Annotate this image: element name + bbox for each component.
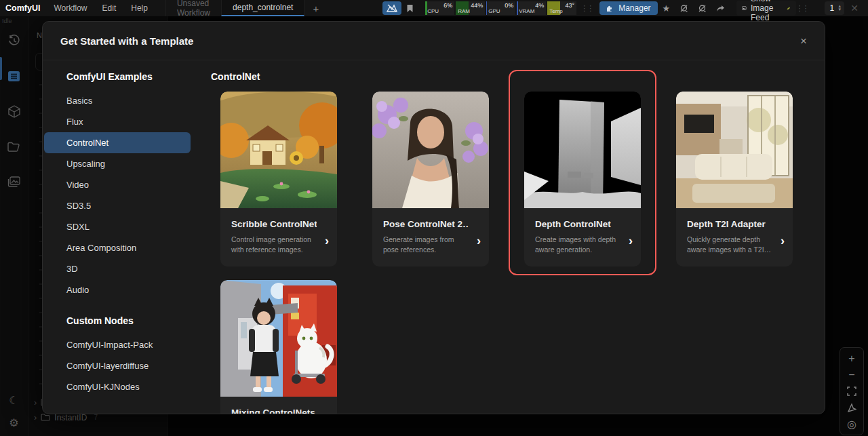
stepper-down-icon: ▼ bbox=[837, 8, 842, 12]
select-cursor-icon[interactable] bbox=[843, 399, 861, 416]
chevron-right-icon: › bbox=[781, 234, 785, 248]
stat-ram: RAM 44% bbox=[456, 1, 485, 15]
image-feed-icon bbox=[742, 4, 747, 12]
template-thumbnail-portrait bbox=[372, 92, 489, 208]
menu-edit[interactable]: Edit bbox=[102, 3, 117, 13]
card-title: Depth T2I Adapter bbox=[687, 219, 772, 229]
zoom-in-icon[interactable]: + bbox=[843, 351, 861, 367]
feed-toggle-icon bbox=[787, 5, 791, 12]
tab-unsaved-workflow[interactable]: Unsaved Workflow bbox=[165, 0, 221, 16]
card-description: Quickly generate depth aware images with… bbox=[687, 235, 772, 254]
sidebar-item-sd35[interactable]: SD3.5 bbox=[44, 195, 191, 216]
template-thumbnail-anime-street bbox=[220, 280, 337, 397]
card-title: Depth ControlNet bbox=[535, 219, 620, 229]
interrupt-icon[interactable]: ✕ bbox=[850, 3, 859, 14]
template-card-depth-t2i-adapter[interactable]: Depth T2I Adapter Quickly generate depth… bbox=[676, 92, 793, 266]
sidebar-item-layerdiffuse[interactable]: ComfyUI-layerdiffuse bbox=[44, 355, 191, 376]
bookmark-icon[interactable] bbox=[406, 4, 414, 13]
sidebar-item-basics[interactable]: Basics bbox=[44, 90, 191, 111]
modal-title: Get Started with a Template bbox=[60, 35, 193, 47]
batch-count-stepper[interactable]: 1 ▲▼ bbox=[825, 1, 845, 15]
stat-temp: Temp 43° bbox=[547, 1, 576, 15]
share-icon[interactable] bbox=[716, 5, 725, 12]
card-title: Mixing ControlNets bbox=[231, 408, 317, 414]
sidebar-item-audio[interactable]: Audio bbox=[44, 279, 191, 300]
template-thumbnail-living-room bbox=[676, 92, 793, 208]
workflow-tabs: Unsaved Workflow depth_controlnet bbox=[165, 0, 305, 16]
app-logo: ComfyUI bbox=[5, 3, 40, 13]
template-card-depth-controlnet[interactable]: Depth ControlNet Create images with dept… bbox=[524, 92, 641, 266]
show-image-feed-button[interactable]: Show Image Feed bbox=[736, 1, 795, 16]
sidebar-item-3d[interactable]: 3D bbox=[44, 258, 191, 279]
template-thumbnail-autumn-illustration bbox=[220, 92, 337, 208]
template-thumbnail-depth-map bbox=[524, 92, 641, 208]
bell-slash-icon-1[interactable] bbox=[679, 4, 688, 13]
canvas-zoom-toolbar: + − ◎ bbox=[840, 347, 864, 435]
modal-header: Get Started with a Template × bbox=[43, 22, 825, 60]
new-tab-button[interactable]: + bbox=[304, 3, 327, 14]
sidebar-item-flux[interactable]: Flux bbox=[44, 111, 191, 132]
chevron-right-icon: › bbox=[477, 234, 481, 248]
menu-help[interactable]: Help bbox=[131, 3, 148, 13]
tab-depth-controlnet[interactable]: depth_controlnet bbox=[221, 0, 304, 16]
template-modal: Get Started with a Template × ComfyUI Ex… bbox=[42, 21, 825, 414]
sidebar-item-video[interactable]: Video bbox=[44, 174, 191, 195]
template-content: ControlNet bbox=[211, 60, 825, 414]
menu-workflow[interactable]: Workflow bbox=[54, 3, 87, 13]
template-sidebar: ComfyUI Examples Basics Flux ControlNet … bbox=[43, 60, 211, 414]
menubar: ComfyUI Workflow Edit Help Unsaved Workf… bbox=[0, 0, 868, 16]
card-description: Generate images from pose references. bbox=[383, 235, 469, 254]
sidebar-item-area-composition[interactable]: Area Composition bbox=[44, 237, 191, 258]
card-description: Control image generation with reference … bbox=[231, 235, 317, 254]
section-heading: ControlNet bbox=[211, 71, 825, 82]
fit-view-icon[interactable] bbox=[843, 383, 861, 399]
queue-icon bbox=[387, 4, 397, 12]
manager-button[interactable]: Manager bbox=[599, 1, 657, 15]
sidebar-item-upscaling[interactable]: Upscaling bbox=[44, 153, 191, 174]
sidebar-item-controlnet[interactable]: ControlNet bbox=[44, 132, 191, 153]
close-icon[interactable]: × bbox=[800, 35, 807, 47]
bell-slash-icon-2[interactable] bbox=[698, 4, 707, 13]
zoom-out-icon[interactable]: − bbox=[843, 367, 861, 383]
template-card-pose-controlnet[interactable]: Pose ControlNet 2… Generate images from … bbox=[372, 92, 489, 266]
chevron-right-icon: › bbox=[325, 234, 329, 248]
drag-handle-icon[interactable]: ⋮⋮ bbox=[580, 4, 593, 13]
puzzle-icon bbox=[606, 4, 614, 12]
drag-handle-icon-2[interactable]: ⋮⋮ bbox=[796, 4, 808, 13]
chevron-right-icon: › bbox=[629, 234, 633, 248]
card-title: Scribble ControlNet bbox=[231, 219, 317, 229]
queue-button[interactable] bbox=[382, 1, 401, 15]
template-card-mixing-controlnets[interactable]: Mixing ControlNets › bbox=[220, 280, 337, 414]
stat-vram: VRAM 4% bbox=[517, 1, 546, 15]
sidebar-heading-custom-nodes: Custom Nodes bbox=[43, 300, 211, 334]
sidebar-item-sdxl[interactable]: SDXL bbox=[44, 216, 191, 237]
stat-cpu: CPU 6% bbox=[425, 1, 454, 15]
sidebar-item-kjnodes[interactable]: ComfyUI-KJNodes bbox=[44, 376, 191, 397]
system-stats: CPU 6% RAM 44% GPU 0% VRAM 4% Temp 43° bbox=[425, 1, 576, 15]
sidebar-heading: ComfyUI Examples bbox=[43, 71, 211, 90]
card-title: Pose ControlNet 2… bbox=[383, 219, 469, 229]
card-description: Create images with depth aware generatio… bbox=[535, 235, 620, 254]
template-card-scribble-controlnet[interactable]: Scribble ControlNet Control image genera… bbox=[220, 92, 337, 266]
sidebar-item-impact-pack[interactable]: ComfyUI-Impact-Pack bbox=[44, 334, 191, 355]
star-icon[interactable]: ★ bbox=[663, 3, 671, 14]
focus-mode-icon[interactable]: ◎ bbox=[843, 416, 861, 432]
stat-gpu: GPU 0% bbox=[486, 1, 515, 15]
